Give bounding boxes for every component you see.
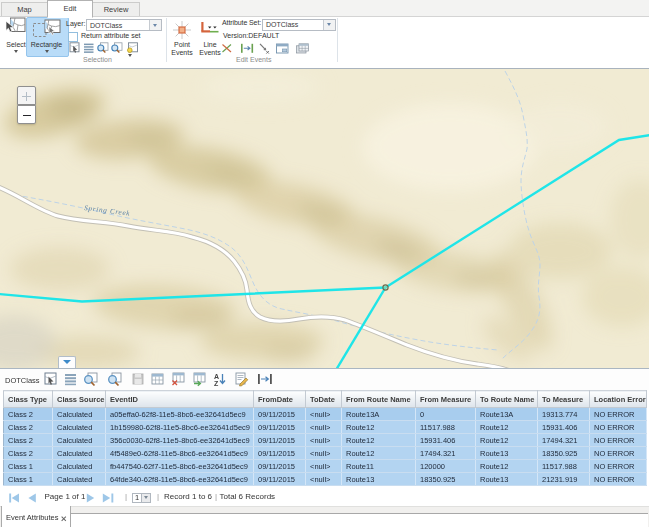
svg-text:Z: Z [214,380,219,387]
